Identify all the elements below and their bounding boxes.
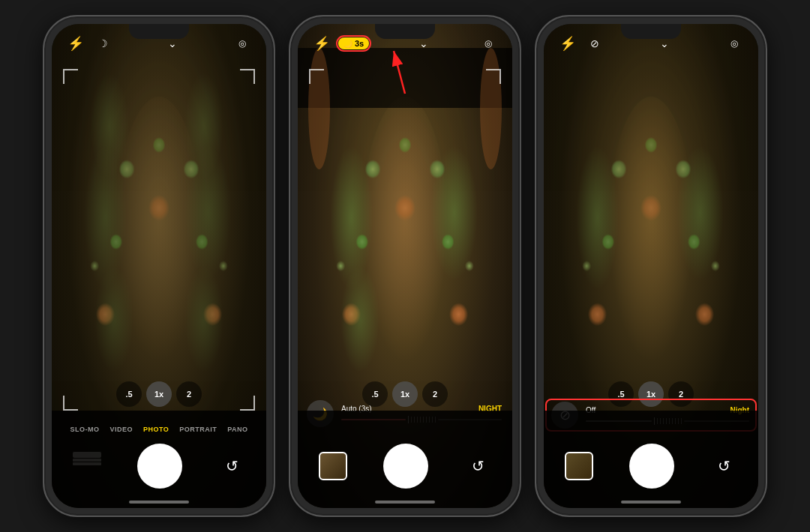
mode-slomo[interactable]: SLO-MO: [70, 426, 99, 433]
slash-icon-3[interactable]: ⊘: [584, 33, 605, 54]
zoom-1x-btn-1[interactable]: 1x: [146, 381, 172, 407]
zoom-2x-btn-1[interactable]: 2: [176, 381, 202, 407]
corner-br: [240, 396, 255, 411]
phone-3-screen: ⚡ ⊘ ⌄ ◎ .5 1x 2 ⊘: [544, 24, 758, 508]
corner-tl-2: [309, 69, 324, 84]
mode-video[interactable]: VIDEO: [110, 426, 133, 433]
red-arrow-2: [368, 45, 442, 97]
camera-bottom-bar-3: ↺: [544, 411, 758, 508]
shutter-inner-2: [386, 447, 425, 486]
rotate-btn-1[interactable]: ↺: [218, 453, 245, 480]
flash-icon-2[interactable]: ⚡: [311, 33, 332, 54]
corner-tr: [240, 69, 255, 84]
night-badge-2[interactable]: 🌙 3s: [338, 37, 369, 49]
zoom-05-btn-1[interactable]: .5: [116, 381, 142, 407]
mode-photo[interactable]: PHOTO: [143, 426, 169, 433]
corner-bl: [63, 396, 78, 411]
shutter-inner-1: [140, 447, 179, 486]
phone-1-screen: ⚡ ☽ ⌄ ◎ .5 1x 2 SLO-MO VIDEO PHOTO PORTR…: [52, 24, 266, 508]
phone-3-notch: [621, 24, 681, 39]
night-badge-wrapper: 🌙 3s: [338, 37, 369, 49]
camera-bottom-bar-2: ↺: [298, 411, 512, 508]
corner-tr-2: [486, 69, 501, 84]
location-icon-2[interactable]: ◎: [478, 33, 499, 54]
mode-portrait[interactable]: PORTRAIT: [179, 426, 217, 433]
svg-line-1: [394, 51, 405, 94]
phone-1-notch: [129, 24, 189, 39]
flash-icon-3[interactable]: ⚡: [557, 33, 578, 54]
phone-2: ⚡ 🌙 3s ⌄ ◎ .5 1x 2: [289, 15, 521, 517]
rotate-btn-2[interactable]: ↺: [464, 453, 491, 480]
phone-1-frame: ⚡ ☽ ⌄ ◎ .5 1x 2 SLO-MO VIDEO PHOTO PORTR…: [43, 15, 275, 517]
shutter-button-1[interactable]: [137, 444, 182, 489]
camera-bottom-bar-1: SLO-MO VIDEO PHOTO PORTRAIT PANO ↺: [52, 411, 266, 508]
home-indicator-2: [375, 501, 435, 504]
zoom-controls-1: .5 1x 2: [116, 381, 202, 407]
phone-2-notch: [375, 24, 435, 39]
rotate-btn-3[interactable]: ↺: [710, 453, 737, 480]
photo-thumbnail-3[interactable]: [565, 452, 593, 480]
location-icon-1[interactable]: ◎: [232, 33, 253, 54]
location-icon-3[interactable]: ◎: [724, 33, 745, 54]
shutter-button-2[interactable]: [383, 444, 428, 489]
shutter-inner-3: [632, 447, 671, 486]
home-indicator-1: [129, 501, 189, 504]
mode-selector-1: SLO-MO VIDEO PHOTO PORTRAIT PANO: [70, 426, 248, 433]
phone-2-frame: ⚡ 🌙 3s ⌄ ◎ .5 1x 2: [289, 15, 521, 517]
shutter-row-1: ↺: [52, 444, 266, 489]
phone-3: ⚡ ⊘ ⌄ ◎ .5 1x 2 ⊘: [535, 15, 767, 517]
moon-icon-1[interactable]: ☽: [92, 33, 113, 54]
photo-thumbnail-2[interactable]: [319, 452, 347, 480]
live-photo-thumbnail-1: [73, 452, 101, 480]
phone-2-screen: ⚡ 🌙 3s ⌄ ◎ .5 1x 2: [298, 24, 512, 508]
corner-tl: [63, 69, 78, 84]
night-badge-moon: 🌙: [344, 40, 352, 48]
phone-3-frame: ⚡ ⊘ ⌄ ◎ .5 1x 2 ⊘: [535, 15, 767, 517]
mode-pano[interactable]: PANO: [227, 426, 248, 433]
shutter-row-2: ↺: [298, 444, 512, 489]
phone-1: ⚡ ☽ ⌄ ◎ .5 1x 2 SLO-MO VIDEO PHOTO PORTR…: [43, 15, 275, 517]
home-indicator-3: [621, 501, 681, 504]
shutter-button-3[interactable]: [629, 444, 674, 489]
shutter-row-3: ↺: [544, 444, 758, 489]
night-badge-timer: 3s: [355, 39, 364, 48]
flash-icon-1[interactable]: ⚡: [65, 33, 86, 54]
